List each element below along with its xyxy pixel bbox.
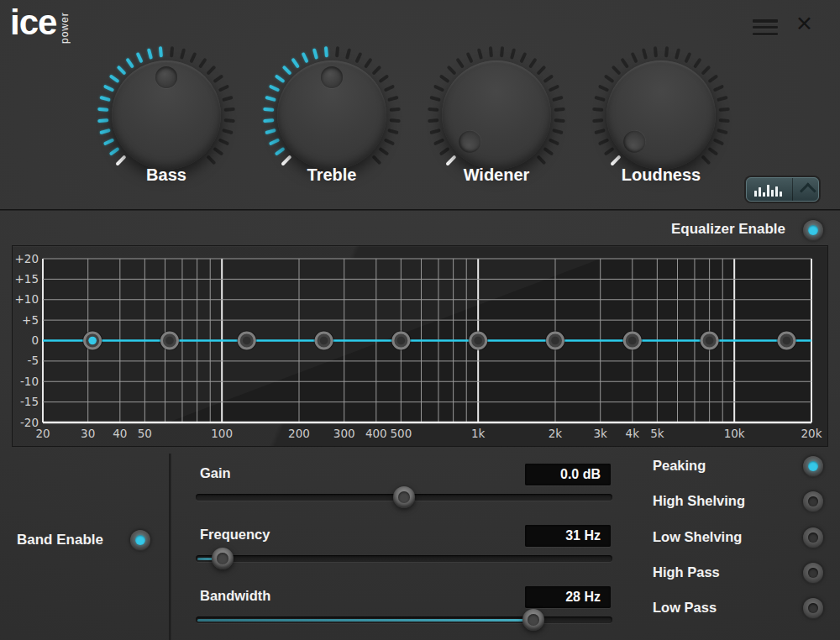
x-axis-tick-label: 10k <box>724 427 745 440</box>
filter-type-low-shelving-label[interactable]: Low Shelving <box>653 529 742 545</box>
filter-type-low-pass-radio[interactable] <box>803 598 823 618</box>
vertical-divider <box>169 454 171 640</box>
knob-label: Bass <box>92 165 240 185</box>
knob-loudness[interactable]: Loudness <box>587 31 735 199</box>
filter-type-low-pass-label[interactable]: Low Pass <box>653 600 717 616</box>
y-axis-tick-label: -10 <box>20 375 39 388</box>
knob-label: Loudness <box>587 165 735 185</box>
x-axis-tick-label: 400 <box>365 427 387 440</box>
bandwidth-slider-fill <box>197 619 532 622</box>
gain-slider[interactable] <box>196 494 612 501</box>
bandwidth-slider[interactable] <box>196 616 612 623</box>
x-axis-tick-label: 40 <box>113 427 127 440</box>
knob-label: Widener <box>423 165 570 185</box>
x-axis-tick-label: 2k <box>549 427 563 440</box>
y-axis-tick-label: +10 <box>15 292 39 306</box>
frequency-slider-thumb[interactable] <box>212 548 234 569</box>
close-icon[interactable]: ✕ <box>795 12 813 36</box>
filter-type-low-shelving-radio[interactable] <box>803 527 823 548</box>
band-controls-section: Band Enable Gain0.0 dBFrequency31 HzBand… <box>0 447 840 640</box>
eq-band-handle[interactable] <box>468 331 488 351</box>
x-axis-tick-label: 100 <box>211 427 233 440</box>
filter-type-peaking-radio[interactable] <box>803 456 823 476</box>
bandwidth-slider-thumb[interactable] <box>522 609 544 631</box>
frequency-slider-row: Frequency31 Hz <box>196 525 612 579</box>
eq-band-handle[interactable] <box>391 331 411 351</box>
bandwidth-label: Bandwidth <box>200 588 270 604</box>
knob-dial[interactable] <box>277 60 386 170</box>
y-axis-tick-label: +15 <box>15 272 39 286</box>
x-axis-tick-label: 5k <box>650 427 664 440</box>
band-enable-label: Band Enable <box>17 532 103 548</box>
filter-type-high-pass-label[interactable]: High Pass <box>653 564 720 580</box>
knob-treble[interactable]: Treble <box>258 31 406 199</box>
gain-slider-row: Gain0.0 dB <box>196 464 612 517</box>
filter-type-high-shelving-label[interactable]: High Shelving <box>653 493 745 509</box>
x-axis-tick-label: 200 <box>288 427 310 440</box>
collapse-panel-button[interactable] <box>746 177 819 202</box>
frequency-value-box[interactable]: 31 Hz <box>525 525 611 547</box>
knob-indicator-dot <box>155 66 177 88</box>
knob-dial[interactable] <box>442 60 551 170</box>
y-axis-tick-label: +5 <box>22 313 39 327</box>
y-axis-tick-label: -15 <box>20 395 39 408</box>
equalizer-graph-panel: +20+15+10+50-5-10-15-2020304050100200300… <box>12 245 828 447</box>
equalizer-enable-toggle[interactable] <box>803 220 823 240</box>
header-separator <box>0 209 840 211</box>
x-axis-tick-label: 300 <box>333 427 355 440</box>
y-axis-tick-label: -5 <box>28 354 39 367</box>
eq-band-handle[interactable] <box>545 331 565 351</box>
eq-band-handle[interactable] <box>700 331 720 351</box>
x-axis-tick-label: 3k <box>593 427 607 440</box>
equalizer-bars-icon <box>754 182 782 197</box>
eq-band-handle[interactable] <box>237 331 257 351</box>
app-logo: ice power <box>10 5 71 44</box>
knob-indicator-dot <box>321 66 343 88</box>
y-axis-tick-label: 0 <box>31 333 39 347</box>
bandwidth-value-box[interactable]: 28 Hz <box>525 586 611 608</box>
gain-slider-thumb[interactable] <box>393 486 415 508</box>
gain-value-box[interactable]: 0.0 dB <box>525 464 611 485</box>
filter-type-high-shelving-radio[interactable] <box>803 491 823 511</box>
frequency-label: Frequency <box>200 527 270 543</box>
frequency-slider[interactable] <box>196 555 612 562</box>
band-enable-toggle[interactable] <box>130 530 150 550</box>
x-axis-tick-label: 50 <box>138 427 152 440</box>
eq-band-handle[interactable] <box>776 331 796 351</box>
x-axis-tick-label: 20 <box>35 427 50 440</box>
chevron-up-icon <box>792 178 818 201</box>
knob-dial[interactable] <box>606 60 716 170</box>
knob-indicator-dot <box>454 126 486 157</box>
y-axis-tick-label: +20 <box>15 252 39 265</box>
equalizer-graph: +20+15+10+50-5-10-15-2020304050100200300… <box>13 246 829 448</box>
gain-label: Gain <box>200 465 231 481</box>
x-axis-tick-label: 20k <box>801 427 822 440</box>
eq-band-handle[interactable] <box>160 331 180 351</box>
filter-type-peaking-label[interactable]: Peaking <box>653 458 706 474</box>
eq-band-handle[interactable] <box>622 331 643 351</box>
menu-icon[interactable] <box>753 19 778 35</box>
logo-text: ice <box>10 5 56 40</box>
eq-band-handle[interactable] <box>82 331 102 351</box>
filter-type-high-pass-radio[interactable] <box>803 563 823 583</box>
knob-bass[interactable]: Bass <box>92 31 240 199</box>
x-axis-tick-label: 30 <box>81 427 95 440</box>
knob-indicator-dot <box>619 126 650 157</box>
x-axis-tick-label: 4k <box>626 427 640 440</box>
x-axis-tick-label: 500 <box>390 427 412 440</box>
knob-label: Treble <box>258 165 406 185</box>
knob-dial[interactable] <box>112 60 221 170</box>
equalizer-enable-label: Equalizer Enable <box>671 221 785 238</box>
logo-subtext: power <box>59 7 71 44</box>
knob-widener[interactable]: Widener <box>423 31 570 199</box>
bandwidth-slider-row: Bandwidth28 Hz <box>196 586 612 640</box>
eq-band-handle[interactable] <box>314 331 334 351</box>
app-window: ice power ✕ BassTrebleWidenerLoudness Eq… <box>0 0 840 640</box>
x-axis-tick-label: 1k <box>471 427 486 440</box>
